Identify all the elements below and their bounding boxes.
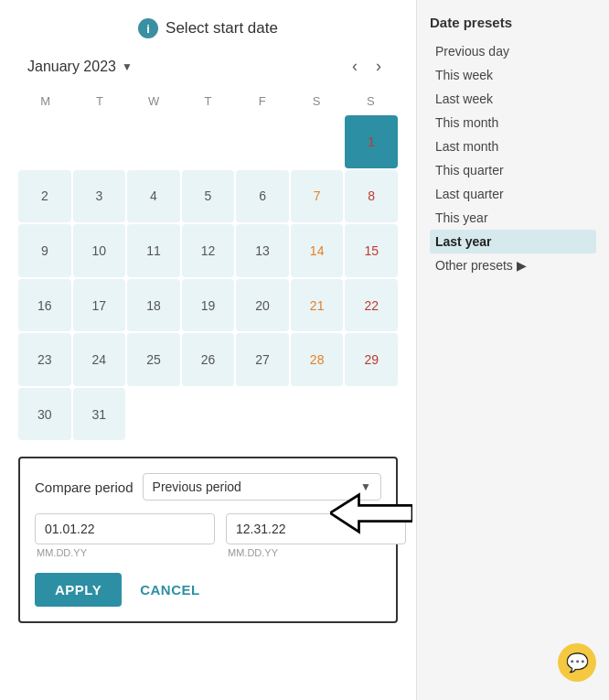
start-date-format-label: MM.DD.YY	[35, 547, 215, 558]
end-date-format-label: MM.DD.YY	[226, 547, 406, 558]
compare-period-label: Compare period	[35, 479, 134, 495]
weekday-label: F	[235, 91, 289, 112]
calendar-day[interactable]: 9	[18, 224, 71, 277]
action-buttons: APPLY CANCEL	[35, 573, 381, 607]
compare-period-value: Previous period	[153, 479, 241, 494]
calendar-day[interactable]: 22	[345, 279, 398, 332]
weekday-label: M	[18, 91, 72, 112]
month-year-selector[interactable]: January 2023 ▼	[27, 59, 133, 75]
calendar-day	[291, 115, 344, 168]
calendar-day	[127, 388, 180, 441]
calendar-day[interactable]: 6	[236, 170, 289, 223]
start-date-input[interactable]	[35, 513, 215, 544]
calendar-day[interactable]: 20	[236, 279, 289, 332]
preset-item[interactable]: Last month	[430, 135, 596, 158]
weekday-label: S	[289, 91, 343, 112]
calendar-day	[182, 388, 235, 441]
month-year-dropdown-arrow: ▼	[122, 60, 133, 73]
main-container: i Select start date January 2023 ▼ ‹ › M…	[0, 0, 609, 700]
calendar-day[interactable]: 27	[236, 333, 289, 386]
calendar-day[interactable]: 31	[73, 388, 126, 441]
calendar-day[interactable]: 28	[291, 333, 344, 386]
calendar-day[interactable]: 25	[127, 333, 180, 386]
weekday-label: S	[344, 91, 398, 112]
select-start-date-text: Select start date	[166, 19, 278, 38]
date-presets-title: Date presets	[430, 15, 596, 30]
left-arrow-icon	[330, 490, 412, 536]
calendar-day[interactable]: 19	[182, 279, 235, 332]
right-panel: Date presets Previous dayThis weekLast w…	[416, 0, 609, 700]
calendar-grid: 1234567891011121314151617181920212223242…	[18, 115, 398, 440]
calendar-day[interactable]: 26	[182, 333, 235, 386]
calendar-day[interactable]: 7	[291, 170, 344, 223]
chat-button[interactable]: 💬	[558, 643, 596, 682]
calendar-day	[18, 115, 71, 168]
calendar-day[interactable]: 13	[236, 224, 289, 277]
svg-marker-0	[330, 495, 412, 533]
calendar-day[interactable]: 4	[127, 170, 180, 223]
next-month-button[interactable]: ›	[369, 53, 389, 80]
calendar-day[interactable]: 5	[182, 170, 235, 223]
calendar-day[interactable]: 12	[182, 224, 235, 277]
preset-item[interactable]: Other presets ▶	[430, 253, 596, 277]
left-panel: i Select start date January 2023 ▼ ‹ › M…	[0, 0, 416, 700]
calendar-day	[291, 388, 344, 441]
calendar-day	[236, 388, 289, 441]
calendar-day[interactable]: 2	[18, 170, 71, 223]
preset-list: Previous dayThis weekLast weekThis month…	[430, 39, 596, 277]
month-year-label: January 2023	[27, 59, 116, 75]
preset-item[interactable]: This week	[430, 63, 596, 87]
calendar-day[interactable]: 30	[18, 388, 71, 441]
calendar-navigation: January 2023 ▼ ‹ ›	[18, 53, 398, 80]
calendar-day	[182, 115, 235, 168]
compare-section: Compare period Previous period ▼ MM.DD.Y…	[18, 457, 398, 623]
select-start-date-header: i Select start date	[18, 18, 398, 38]
preset-item[interactable]: This month	[430, 111, 596, 135]
calendar: MTWTFSS 12345678910111213141516171819202…	[18, 91, 398, 440]
info-icon: i	[138, 18, 158, 38]
calendar-day	[236, 115, 289, 168]
prev-month-button[interactable]: ‹	[345, 53, 365, 80]
calendar-day[interactable]: 14	[291, 224, 344, 277]
calendar-day[interactable]: 21	[291, 279, 344, 332]
weekday-label: T	[72, 91, 126, 112]
preset-item[interactable]: Last week	[430, 87, 596, 111]
preset-item[interactable]: This quarter	[430, 158, 596, 182]
preset-item[interactable]: Previous day	[430, 39, 596, 63]
start-date-group: MM.DD.YY	[35, 513, 215, 558]
calendar-day[interactable]: 17	[73, 279, 126, 332]
calendar-day[interactable]: 24	[73, 333, 126, 386]
calendar-day	[345, 388, 398, 441]
arrow-indicator-container	[330, 490, 412, 540]
chat-icon: 💬	[566, 652, 589, 673]
calendar-day[interactable]: 15	[345, 224, 398, 277]
weekday-label: T	[181, 91, 235, 112]
calendar-day[interactable]: 16	[18, 279, 71, 332]
calendar-day[interactable]: 1	[345, 115, 398, 168]
calendar-day[interactable]: 29	[345, 333, 398, 386]
calendar-day[interactable]: 8	[345, 170, 398, 223]
calendar-day[interactable]: 11	[127, 224, 180, 277]
calendar-day	[127, 115, 180, 168]
calendar-day[interactable]: 23	[18, 333, 71, 386]
cancel-button[interactable]: CANCEL	[140, 582, 200, 598]
calendar-day[interactable]: 3	[73, 170, 126, 223]
calendar-day[interactable]: 10	[73, 224, 126, 277]
preset-item[interactable]: Last quarter	[430, 182, 596, 206]
calendar-day[interactable]: 18	[127, 279, 180, 332]
apply-button[interactable]: APPLY	[35, 573, 122, 607]
calendar-weekday-header: MTWTFSS	[18, 91, 398, 112]
preset-item[interactable]: This year	[430, 206, 596, 230]
weekday-label: W	[127, 91, 181, 112]
preset-item[interactable]: Last year	[430, 230, 596, 253]
calendar-day	[73, 115, 126, 168]
